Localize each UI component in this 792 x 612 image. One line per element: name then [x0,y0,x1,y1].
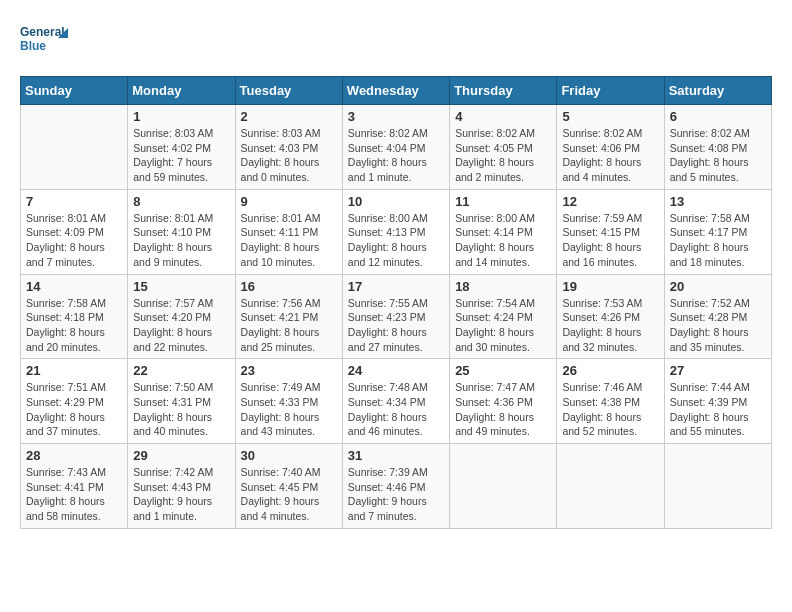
weekday-friday: Friday [557,77,664,105]
calendar-cell: 19Sunrise: 7:53 AMSunset: 4:26 PMDayligh… [557,274,664,359]
calendar-week-4: 21Sunrise: 7:51 AMSunset: 4:29 PMDayligh… [21,359,772,444]
calendar-cell: 27Sunrise: 7:44 AMSunset: 4:39 PMDayligh… [664,359,771,444]
day-number: 24 [348,363,444,378]
day-info: Sunrise: 7:47 AMSunset: 4:36 PMDaylight:… [455,380,551,439]
calendar-cell: 16Sunrise: 7:56 AMSunset: 4:21 PMDayligh… [235,274,342,359]
logo-svg: General Blue [20,20,70,60]
calendar-cell: 4Sunrise: 8:02 AMSunset: 4:05 PMDaylight… [450,105,557,190]
day-number: 31 [348,448,444,463]
calendar-cell: 17Sunrise: 7:55 AMSunset: 4:23 PMDayligh… [342,274,449,359]
day-info: Sunrise: 7:50 AMSunset: 4:31 PMDaylight:… [133,380,229,439]
calendar-cell: 25Sunrise: 7:47 AMSunset: 4:36 PMDayligh… [450,359,557,444]
day-number: 28 [26,448,122,463]
day-number: 7 [26,194,122,209]
calendar-week-2: 7Sunrise: 8:01 AMSunset: 4:09 PMDaylight… [21,189,772,274]
calendar-cell: 8Sunrise: 8:01 AMSunset: 4:10 PMDaylight… [128,189,235,274]
day-number: 16 [241,279,337,294]
day-number: 9 [241,194,337,209]
calendar-cell: 11Sunrise: 8:00 AMSunset: 4:14 PMDayligh… [450,189,557,274]
day-number: 18 [455,279,551,294]
day-number: 15 [133,279,229,294]
day-number: 22 [133,363,229,378]
day-info: Sunrise: 7:39 AMSunset: 4:46 PMDaylight:… [348,465,444,524]
calendar-cell: 22Sunrise: 7:50 AMSunset: 4:31 PMDayligh… [128,359,235,444]
calendar-cell: 29Sunrise: 7:42 AMSunset: 4:43 PMDayligh… [128,444,235,529]
day-info: Sunrise: 8:02 AMSunset: 4:04 PMDaylight:… [348,126,444,185]
day-info: Sunrise: 7:59 AMSunset: 4:15 PMDaylight:… [562,211,658,270]
calendar-cell [664,444,771,529]
day-number: 2 [241,109,337,124]
day-number: 10 [348,194,444,209]
day-number: 12 [562,194,658,209]
day-number: 14 [26,279,122,294]
day-info: Sunrise: 7:49 AMSunset: 4:33 PMDaylight:… [241,380,337,439]
day-info: Sunrise: 8:02 AMSunset: 4:08 PMDaylight:… [670,126,766,185]
calendar-cell: 12Sunrise: 7:59 AMSunset: 4:15 PMDayligh… [557,189,664,274]
day-info: Sunrise: 8:01 AMSunset: 4:11 PMDaylight:… [241,211,337,270]
day-info: Sunrise: 7:42 AMSunset: 4:43 PMDaylight:… [133,465,229,524]
weekday-tuesday: Tuesday [235,77,342,105]
day-info: Sunrise: 8:03 AMSunset: 4:02 PMDaylight:… [133,126,229,185]
svg-text:General: General [20,25,65,39]
calendar-body: 1Sunrise: 8:03 AMSunset: 4:02 PMDaylight… [21,105,772,529]
day-info: Sunrise: 8:02 AMSunset: 4:05 PMDaylight:… [455,126,551,185]
day-number: 21 [26,363,122,378]
calendar-cell: 7Sunrise: 8:01 AMSunset: 4:09 PMDaylight… [21,189,128,274]
day-info: Sunrise: 8:00 AMSunset: 4:13 PMDaylight:… [348,211,444,270]
calendar-cell: 20Sunrise: 7:52 AMSunset: 4:28 PMDayligh… [664,274,771,359]
day-number: 3 [348,109,444,124]
calendar-week-3: 14Sunrise: 7:58 AMSunset: 4:18 PMDayligh… [21,274,772,359]
day-info: Sunrise: 8:01 AMSunset: 4:09 PMDaylight:… [26,211,122,270]
day-number: 25 [455,363,551,378]
calendar-cell: 30Sunrise: 7:40 AMSunset: 4:45 PMDayligh… [235,444,342,529]
calendar-cell: 18Sunrise: 7:54 AMSunset: 4:24 PMDayligh… [450,274,557,359]
day-number: 13 [670,194,766,209]
weekday-monday: Monday [128,77,235,105]
day-info: Sunrise: 7:40 AMSunset: 4:45 PMDaylight:… [241,465,337,524]
day-info: Sunrise: 8:01 AMSunset: 4:10 PMDaylight:… [133,211,229,270]
page-header: General Blue [20,20,772,60]
calendar-cell: 15Sunrise: 7:57 AMSunset: 4:20 PMDayligh… [128,274,235,359]
calendar-cell: 23Sunrise: 7:49 AMSunset: 4:33 PMDayligh… [235,359,342,444]
calendar-cell: 24Sunrise: 7:48 AMSunset: 4:34 PMDayligh… [342,359,449,444]
day-number: 6 [670,109,766,124]
day-info: Sunrise: 8:03 AMSunset: 4:03 PMDaylight:… [241,126,337,185]
calendar-cell: 10Sunrise: 8:00 AMSunset: 4:13 PMDayligh… [342,189,449,274]
day-info: Sunrise: 7:55 AMSunset: 4:23 PMDaylight:… [348,296,444,355]
day-info: Sunrise: 7:58 AMSunset: 4:18 PMDaylight:… [26,296,122,355]
day-number: 20 [670,279,766,294]
calendar-cell [21,105,128,190]
calendar-cell: 6Sunrise: 8:02 AMSunset: 4:08 PMDaylight… [664,105,771,190]
day-number: 30 [241,448,337,463]
calendar-week-5: 28Sunrise: 7:43 AMSunset: 4:41 PMDayligh… [21,444,772,529]
weekday-wednesday: Wednesday [342,77,449,105]
calendar-cell: 13Sunrise: 7:58 AMSunset: 4:17 PMDayligh… [664,189,771,274]
weekday-thursday: Thursday [450,77,557,105]
day-number: 17 [348,279,444,294]
logo: General Blue [20,20,70,60]
weekday-header-row: SundayMondayTuesdayWednesdayThursdayFrid… [21,77,772,105]
calendar-table: SundayMondayTuesdayWednesdayThursdayFrid… [20,76,772,529]
day-info: Sunrise: 8:00 AMSunset: 4:14 PMDaylight:… [455,211,551,270]
calendar-cell: 21Sunrise: 7:51 AMSunset: 4:29 PMDayligh… [21,359,128,444]
day-info: Sunrise: 7:46 AMSunset: 4:38 PMDaylight:… [562,380,658,439]
day-info: Sunrise: 7:57 AMSunset: 4:20 PMDaylight:… [133,296,229,355]
svg-text:Blue: Blue [20,39,46,53]
day-number: 11 [455,194,551,209]
calendar-cell: 1Sunrise: 8:03 AMSunset: 4:02 PMDaylight… [128,105,235,190]
calendar-cell: 5Sunrise: 8:02 AMSunset: 4:06 PMDaylight… [557,105,664,190]
calendar-cell: 3Sunrise: 8:02 AMSunset: 4:04 PMDaylight… [342,105,449,190]
day-info: Sunrise: 7:58 AMSunset: 4:17 PMDaylight:… [670,211,766,270]
calendar-cell: 9Sunrise: 8:01 AMSunset: 4:11 PMDaylight… [235,189,342,274]
calendar-cell: 26Sunrise: 7:46 AMSunset: 4:38 PMDayligh… [557,359,664,444]
calendar-cell: 28Sunrise: 7:43 AMSunset: 4:41 PMDayligh… [21,444,128,529]
day-info: Sunrise: 7:56 AMSunset: 4:21 PMDaylight:… [241,296,337,355]
weekday-saturday: Saturday [664,77,771,105]
calendar-week-1: 1Sunrise: 8:03 AMSunset: 4:02 PMDaylight… [21,105,772,190]
calendar-cell [450,444,557,529]
day-number: 26 [562,363,658,378]
day-info: Sunrise: 7:52 AMSunset: 4:28 PMDaylight:… [670,296,766,355]
calendar-cell: 2Sunrise: 8:03 AMSunset: 4:03 PMDaylight… [235,105,342,190]
day-info: Sunrise: 7:51 AMSunset: 4:29 PMDaylight:… [26,380,122,439]
day-number: 29 [133,448,229,463]
